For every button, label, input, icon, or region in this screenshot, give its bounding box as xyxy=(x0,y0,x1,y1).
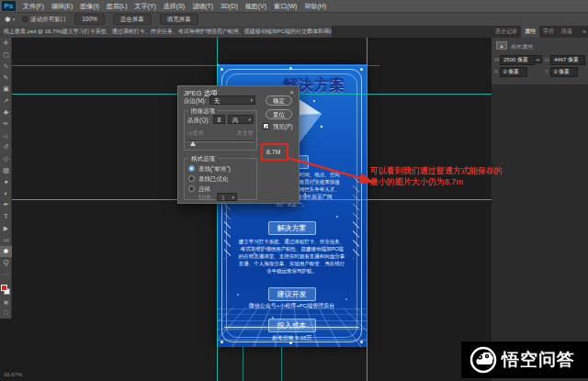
clone-stamp-tool[interactable]: ♨ xyxy=(0,130,12,142)
slider-thumb[interactable] xyxy=(190,141,196,146)
menu-window[interactable]: 窗口(W) xyxy=(274,2,297,11)
rectangle-tool[interactable]: ▭ xyxy=(0,234,12,246)
file-size-slider[interactable] xyxy=(187,140,254,142)
radio-progressive[interactable] xyxy=(188,185,195,192)
menu-select[interactable]: 选择(S) xyxy=(164,2,185,11)
lasso-tool[interactable]: ∿ xyxy=(0,61,12,73)
guide-vertical[interactable] xyxy=(243,347,243,381)
quality-label: 品质(Q): xyxy=(187,117,209,125)
path-selection-tool[interactable]: ▶ xyxy=(0,223,12,235)
fill-screen-button[interactable]: 填充屏幕 xyxy=(160,14,198,25)
dodge-tool[interactable]: ◐ xyxy=(0,188,12,200)
healing-brush-tool[interactable]: ✚ xyxy=(0,107,12,119)
properties-panel-body: ▲ 画布属性 W 2500 像素 ∞ H 4467 像素 X 0 像素 Y 0 … xyxy=(492,38,588,85)
image-options-group: 图像选项 品质(Q): 8 高 ▾ 小文件 大文件 xyxy=(184,110,257,151)
tool-options-bar: ✱ ▾ 滚动所有窗口 100% 适合屏幕 填充屏幕 xyxy=(0,12,588,26)
menu-layer[interactable]: 图层(L) xyxy=(107,2,128,11)
menu-3d[interactable]: 3D(D) xyxy=(220,3,238,9)
collapse-dock-icon[interactable]: » xyxy=(582,26,586,38)
document-tab-bar: 线上教育.psd @ 16.7%(建立学习打卡系统、通过课程打卡、作业任务、考试… xyxy=(0,26,492,38)
gradient-tool[interactable]: ▨ xyxy=(0,165,12,177)
tab-paragraph[interactable]: 段落 xyxy=(558,26,576,38)
x-label: X xyxy=(494,69,498,74)
document-tab[interactable]: 线上教育.psd @ 16.7%(建立学习打卡系统、通过课程打卡、作业任务、考试… xyxy=(0,26,333,38)
eyedropper-tool[interactable]: ↗ xyxy=(0,95,12,107)
perspective-grid-floor xyxy=(217,307,367,347)
matte-value: 无 xyxy=(214,97,220,104)
radio-progressive-label: 连续 xyxy=(198,185,210,194)
quick-selection-tool[interactable]: ✎ xyxy=(0,73,12,84)
history-brush-tool[interactable]: ↺ xyxy=(0,141,12,153)
menu-help[interactable]: 帮助(H) xyxy=(304,2,326,11)
menu-view[interactable]: 视图(V) xyxy=(245,2,266,11)
width-field[interactable]: 2500 像素 xyxy=(500,55,535,65)
close-tab-icon[interactable]: × xyxy=(326,26,330,38)
type-tool[interactable]: T xyxy=(0,211,12,223)
foreground-color-swatch[interactable] xyxy=(1,285,7,291)
crop-tool[interactable]: ▣ xyxy=(0,84,12,95)
tab-character[interactable]: 字符 xyxy=(539,26,558,38)
more-tools-icon[interactable]: ⋯ xyxy=(0,269,12,281)
quick-mask-icon[interactable]: ▣ xyxy=(0,298,12,305)
preview-checkbox[interactable]: ✓ xyxy=(263,123,269,129)
poster-badge-solution: 解决方案 xyxy=(268,221,316,235)
move-tool[interactable]: ✛ xyxy=(0,38,12,50)
canvas-thumbnail-icon: ▲ xyxy=(496,41,507,50)
y-label: Y xyxy=(545,69,548,74)
scans-label: 扫描: xyxy=(198,194,212,202)
frame-dot xyxy=(220,68,223,71)
poster-paragraph-2: 建立学习打卡系统、通过课程打卡、作业任务、 考试等维护增强用户粘性、搭建移动端加… xyxy=(217,238,367,275)
scroll-all-windows-checkbox[interactable] xyxy=(22,17,28,22)
marquee-tool[interactable]: ▢ xyxy=(0,50,12,62)
tab-properties[interactable]: 属性 xyxy=(521,26,539,38)
annotation-text: 可以看到我们通过普通方式能保存的 最小的图片大小仍为8.7m xyxy=(370,165,508,187)
quality-input[interactable]: 8 xyxy=(213,115,225,124)
reset-button[interactable]: 复位 xyxy=(266,109,292,119)
radio-baseline-optimized-label: 基线已优化 xyxy=(198,175,229,184)
status-zoom-level: 16.67% xyxy=(4,372,22,377)
image-options-label: 图像选项 xyxy=(188,107,218,115)
chevron-down-icon: ▾ xyxy=(232,194,234,202)
menu-filter[interactable]: 滤镜(T) xyxy=(192,2,213,11)
wukong-watermark: 悟空问答 xyxy=(461,342,588,378)
radio-baseline-optimized[interactable] xyxy=(188,175,195,182)
menu-edit[interactable]: 编辑(E) xyxy=(51,2,73,11)
menu-file[interactable]: 文件(F) xyxy=(23,2,44,11)
guide-vertical[interactable] xyxy=(281,347,282,381)
pen-tool[interactable]: ✒ xyxy=(0,199,12,211)
y-field[interactable]: 0 像素 xyxy=(550,67,578,77)
width-label: W xyxy=(494,57,500,62)
zoom-tool[interactable]: Q xyxy=(0,257,12,269)
properties-header: 画布属性 xyxy=(511,43,533,51)
watermark-text: 悟空问答 xyxy=(502,348,575,372)
blur-tool[interactable]: ● xyxy=(0,176,12,188)
guide-horizontal[interactable] xyxy=(12,65,379,66)
eraser-tool[interactable]: ◇ xyxy=(0,153,12,165)
menu-bar: Ps 文件(F) 编辑(E) 图像(I) 图层(L) 文字(Y) 选择(S) 滤… xyxy=(0,0,588,12)
menu-type[interactable]: 文字(Y) xyxy=(134,2,155,11)
height-field[interactable]: 4467 像素 xyxy=(550,55,585,65)
right-panel-dock: 历史记录 属性 字符 段落 » ▲ 画布属性 W 2500 像素 ∞ H 446… xyxy=(492,26,588,381)
tab-history[interactable]: 历史记录 xyxy=(492,26,521,38)
guide-vertical[interactable] xyxy=(367,38,368,381)
chevron-down-icon[interactable]: ▾ xyxy=(13,17,16,22)
x-field[interactable]: 0 像素 xyxy=(500,67,527,77)
fit-screen-button[interactable]: 适合屏幕 xyxy=(113,14,152,25)
brush-tool[interactable]: ✏ xyxy=(0,118,12,130)
height-label: H xyxy=(545,57,548,62)
matte-label: 杂边(M): xyxy=(184,97,207,106)
link-dimensions-icon[interactable]: ∞ xyxy=(534,55,542,63)
format-options-label: 格式选项 xyxy=(188,155,218,162)
ok-button[interactable]: 确定 xyxy=(266,95,292,106)
hand-tool[interactable]: ✱ xyxy=(0,246,12,258)
matte-dropdown[interactable]: 无 ▾ xyxy=(209,95,255,105)
radio-baseline-standard[interactable] xyxy=(188,165,195,172)
quality-level-dropdown[interactable]: 高 ▾ xyxy=(228,115,254,124)
close-icon[interactable]: × xyxy=(289,88,294,96)
menu-image[interactable]: 图像(I) xyxy=(80,2,99,11)
screen-mode-icon[interactable]: ▢ xyxy=(0,308,12,315)
zoom-100-button[interactable]: 100% xyxy=(74,14,105,25)
tools-panel: ✛ ▢ ∿ ✎ ▣ ↗ ✚ ✏ ♨ ↺ ◇ ▨ ● ◐ ✒ T ▶ ▭ ✱ Q … xyxy=(0,38,12,319)
frame-dot xyxy=(289,67,292,70)
hand-tool-icon: ✱ xyxy=(5,16,11,24)
